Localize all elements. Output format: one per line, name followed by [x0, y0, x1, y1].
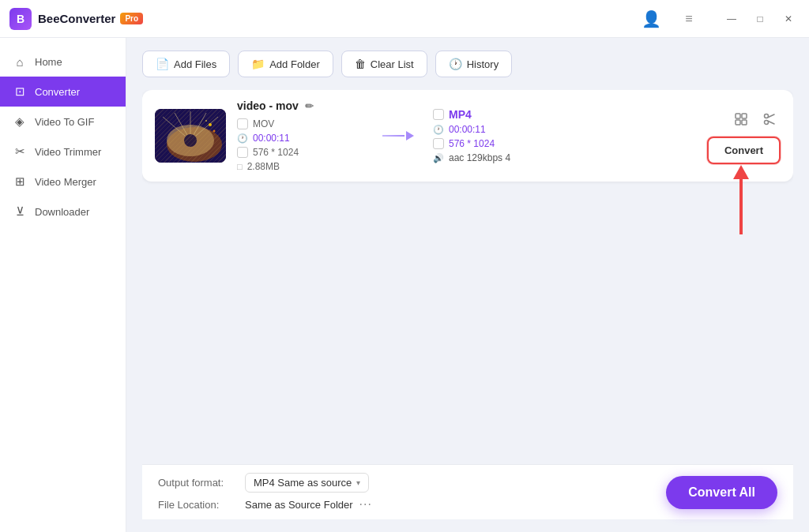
settings-icon-button[interactable] — [730, 108, 752, 130]
sidebar-item-video-to-gif[interactable]: ◈ Video To GIF — [0, 107, 126, 137]
thumbnail-lines — [155, 109, 226, 163]
arrow-shape — [382, 131, 414, 140]
clear-list-button[interactable]: 🗑 Clear List — [341, 51, 427, 77]
output-format-value: MP4 Same as source — [254, 477, 352, 489]
convert-button[interactable]: Convert — [707, 137, 781, 164]
app-logo: B — [9, 8, 32, 30]
maximize-button[interactable]: □ — [749, 8, 771, 30]
clear-list-icon: 🗑 — [355, 58, 366, 70]
output-resolution-check[interactable] — [433, 138, 444, 149]
sidebar-item-video-to-gif-label: Video To GIF — [35, 116, 94, 128]
output-format-label: Output format: — [158, 477, 237, 489]
content-area: 📄 Add Files 📁 Add Folder 🗑 Clear List 🕐 … — [126, 38, 809, 532]
convert-arrow — [374, 131, 422, 140]
video-to-gif-icon: ◈ — [13, 114, 27, 129]
menu-icon[interactable]: ≡ — [676, 6, 702, 32]
bottom-fields: Output format: MP4 Same as source ▾ File… — [158, 473, 650, 511]
size-icon: □ — [237, 162, 243, 171]
add-files-label: Add Files — [174, 58, 216, 70]
annotation-arrow — [733, 165, 749, 234]
main-layout: ⌂ Home ⊡ Converter ◈ Video To GIF ✂ Vide… — [0, 38, 809, 532]
file-location-row: File Location: Same as Source Folder ··· — [158, 497, 650, 511]
history-button[interactable]: 🕐 History — [435, 51, 512, 77]
card-top-actions — [730, 108, 781, 130]
history-icon: 🕐 — [449, 58, 462, 70]
source-resolution-row: 576 * 1024 — [237, 147, 363, 158]
pro-badge: Pro — [120, 13, 143, 24]
svg-rect-14 — [736, 120, 740, 125]
sidebar-item-downloader[interactable]: ⊻ Downloader — [0, 197, 126, 227]
minimize-button[interactable]: — — [721, 8, 743, 30]
sidebar-item-video-trimmer[interactable]: ✂ Video Trimmer — [0, 137, 126, 167]
file-card: video - mov ✏ MOV 🕐 00:00:11 — [142, 90, 793, 182]
profile-icon[interactable]: 👤 — [638, 6, 664, 32]
home-icon: ⌂ — [13, 55, 27, 69]
sidebar-item-converter-label: Converter — [35, 86, 80, 98]
edit-icon[interactable]: ✏ — [305, 100, 314, 112]
svg-line-18 — [769, 114, 775, 118]
card-actions: Convert — [707, 108, 781, 164]
scissors-icon-button[interactable] — [758, 108, 781, 130]
dropdown-arrow-icon: ▾ — [356, 478, 360, 487]
file-location-label: File Location: — [158, 499, 237, 511]
sidebar-item-downloader-label: Downloader — [35, 206, 89, 218]
video-merger-icon: ⊞ — [13, 174, 27, 189]
file-info-output: MP4 🕐 00:00:11 576 * 1024 🔊 aac 129kbps … — [433, 108, 575, 163]
video-trimmer-icon: ✂ — [13, 144, 27, 159]
add-folder-button[interactable]: 📁 Add Folder — [238, 51, 333, 77]
convert-all-button[interactable]: Convert All — [666, 476, 777, 509]
file-meta-source: MOV 🕐 00:00:11 576 * 1024 □ 2.88MB — [237, 118, 363, 172]
source-resolution: 576 * 1024 — [253, 147, 299, 158]
location-row: Same as Source Folder ··· — [245, 497, 372, 511]
add-files-icon: 📄 — [156, 58, 169, 70]
add-files-button[interactable]: 📄 Add Files — [142, 51, 230, 77]
sidebar-item-video-trimmer-label: Video Trimmer — [35, 146, 101, 158]
file-list: video - mov ✏ MOV 🕐 00:00:11 — [142, 90, 793, 451]
output-duration: 00:00:11 — [449, 124, 486, 135]
red-arrow-shaft — [739, 179, 743, 234]
output-duration-icon: 🕐 — [433, 125, 444, 135]
add-folder-label: Add Folder — [269, 58, 320, 70]
output-format-row: Output format: MP4 Same as source ▾ — [158, 473, 650, 493]
output-audio: aac 129kbps 4 — [449, 152, 510, 163]
source-duration: 00:00:11 — [253, 133, 290, 144]
svg-point-16 — [765, 114, 769, 118]
arrow-line — [382, 135, 404, 137]
svg-rect-12 — [736, 114, 740, 118]
output-format: MP4 — [449, 108, 472, 121]
file-thumbnail — [155, 109, 226, 163]
red-arrow-head — [733, 165, 749, 179]
converter-icon: ⊡ — [13, 84, 27, 99]
output-resolution-row: 576 * 1024 — [433, 138, 575, 149]
clear-list-label: Clear List — [371, 58, 414, 70]
window-controls: — □ ✕ — [721, 8, 800, 30]
source-format-row: MOV — [237, 118, 363, 129]
downloader-icon: ⊻ — [13, 204, 27, 219]
file-name: video - mov ✏ — [237, 99, 363, 112]
sidebar-item-home-label: Home — [35, 56, 62, 68]
svg-point-17 — [765, 120, 769, 124]
source-duration-row: 🕐 00:00:11 — [237, 133, 363, 144]
output-resolution: 576 * 1024 — [449, 138, 495, 149]
location-menu-icon[interactable]: ··· — [359, 497, 372, 511]
thumbnail-art — [155, 109, 226, 163]
app-name: BeeConverter — [38, 12, 115, 25]
close-button[interactable]: ✕ — [777, 8, 800, 30]
svg-line-19 — [769, 121, 775, 124]
source-resolution-check[interactable] — [237, 147, 248, 158]
source-format: MOV — [253, 118, 274, 129]
sidebar-item-video-merger[interactable]: ⊞ Video Merger — [0, 167, 126, 197]
source-format-check[interactable] — [237, 118, 248, 129]
history-label: History — [467, 58, 499, 70]
output-format-select[interactable]: MP4 Same as source ▾ — [245, 473, 369, 493]
sidebar-item-home[interactable]: ⌂ Home — [0, 47, 126, 77]
audio-icon: 🔊 — [433, 153, 444, 163]
output-duration-row: 🕐 00:00:11 — [433, 124, 575, 135]
sidebar-item-converter[interactable]: ⊡ Converter — [0, 77, 126, 107]
source-size: 2.88MB — [247, 161, 280, 172]
title-bar: B BeeConverter Pro 👤 ≡ — □ ✕ — [0, 0, 809, 38]
file-location-value: Same as Source Folder — [245, 499, 353, 511]
bottom-bar: Output format: MP4 Same as source ▾ File… — [142, 464, 793, 519]
output-format-check[interactable] — [433, 109, 444, 120]
sidebar-item-video-merger-label: Video Merger — [35, 176, 96, 188]
